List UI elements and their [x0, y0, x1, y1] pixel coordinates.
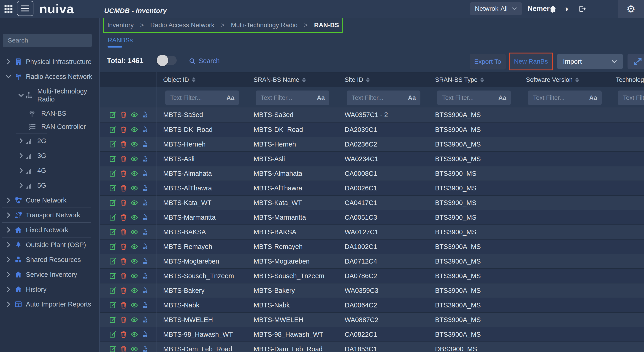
text-filter-input[interactable] — [165, 94, 226, 102]
delete-icon[interactable] — [120, 111, 128, 119]
chevron-right-icon[interactable] — [4, 211, 12, 219]
case-sensitive-toggle[interactable]: Aa — [226, 94, 239, 102]
edit-icon[interactable] — [109, 287, 117, 294]
chevron-right-icon[interactable] — [4, 226, 12, 234]
network-selector[interactable]: Netwrok-All — [470, 2, 522, 15]
text-filter-input[interactable] — [528, 94, 589, 102]
view-icon[interactable] — [130, 228, 138, 236]
delete-icon[interactable] — [120, 199, 128, 207]
case-sensitive-toggle[interactable]: Aa — [317, 94, 329, 102]
sort-icon[interactable] — [575, 77, 579, 83]
edit-icon[interactable] — [109, 140, 117, 148]
download-icon[interactable] — [141, 287, 149, 294]
edit-icon[interactable] — [109, 345, 117, 352]
edit-icon[interactable] — [109, 257, 117, 265]
view-icon[interactable] — [130, 243, 138, 250]
edit-icon[interactable] — [109, 331, 117, 338]
sidebar-item-2g[interactable]: 2G — [0, 134, 99, 148]
chevron-right-icon[interactable] — [17, 181, 25, 189]
toggle-knob[interactable] — [157, 55, 168, 66]
column-header-object-id[interactable]: Object ID — [163, 76, 196, 83]
expand-table-button[interactable] — [628, 54, 644, 69]
edit-icon[interactable] — [109, 126, 117, 134]
text-filter-input[interactable] — [437, 94, 498, 102]
tab-ranbss[interactable]: RANBSs — [108, 36, 133, 44]
sidebar-item-auto-importer-reports[interactable]: Auto Importer Reports — [0, 297, 99, 312]
sidebar-item-4g[interactable]: 4G — [0, 163, 99, 178]
view-icon[interactable] — [130, 345, 138, 352]
download-icon[interactable] — [141, 272, 149, 280]
delete-icon[interactable] — [120, 228, 128, 236]
sidebar-item-transport-network[interactable]: Transport Network — [0, 208, 99, 222]
delete-icon[interactable] — [120, 184, 128, 192]
settings-panel[interactable]: ⚙ — [618, 0, 644, 18]
edit-icon[interactable] — [109, 228, 117, 236]
sidebar-item-outside-plant-osp[interactable]: Outside Plant (OSP) — [0, 237, 99, 252]
delete-icon[interactable] — [120, 140, 128, 148]
import-dropdown[interactable]: Import — [557, 54, 623, 69]
download-icon[interactable] — [141, 257, 149, 265]
sidebar-item-history[interactable]: History — [0, 282, 99, 297]
edit-icon[interactable] — [109, 243, 117, 250]
sidebar-item-radio-access-network[interactable]: Radio Access Network — [0, 69, 99, 84]
download-icon[interactable] — [141, 111, 149, 119]
download-icon[interactable] — [141, 301, 149, 309]
edit-icon[interactable] — [109, 272, 117, 280]
logout-icon[interactable] — [578, 5, 586, 13]
breadcrumb-item[interactable]: Multi-Technology Radio — [231, 21, 298, 29]
download-icon[interactable] — [141, 316, 149, 324]
edit-icon[interactable] — [109, 213, 117, 221]
download-icon[interactable] — [141, 184, 149, 192]
chevron-right-icon[interactable] — [4, 196, 12, 204]
edit-icon[interactable] — [109, 199, 117, 207]
hamburger-menu-button[interactable] — [17, 1, 34, 16]
sidebar-item-service-inventory[interactable]: Service Inventory — [0, 267, 99, 282]
app-launcher-icon[interactable] — [3, 4, 14, 14]
column-header-sran-bs-type[interactable]: SRAN-BS Type — [435, 76, 484, 83]
edit-icon[interactable] — [109, 155, 117, 163]
download-icon[interactable] — [141, 126, 149, 134]
view-icon[interactable] — [130, 126, 138, 134]
chevron-right-icon[interactable] — [4, 300, 12, 308]
edit-icon[interactable] — [109, 301, 117, 309]
chevron-right-icon[interactable] — [4, 241, 12, 249]
view-icon[interactable] — [130, 272, 138, 280]
view-icon[interactable] — [130, 287, 138, 294]
download-icon[interactable] — [141, 170, 149, 177]
delete-icon[interactable] — [120, 213, 128, 221]
view-icon[interactable] — [130, 199, 138, 207]
edit-icon[interactable] — [109, 170, 117, 177]
view-icon[interactable] — [130, 301, 138, 309]
breadcrumb-item[interactable]: Inventory — [107, 21, 134, 29]
table-search-button[interactable]: Search — [188, 57, 220, 65]
edit-icon[interactable] — [109, 184, 117, 192]
download-icon[interactable] — [141, 140, 149, 148]
chevron-right-icon[interactable] — [4, 286, 12, 293]
download-icon[interactable] — [141, 155, 149, 163]
sidebar-item-shared-resources[interactable]: Shared Resources — [0, 252, 99, 267]
case-sensitive-toggle[interactable]: Aa — [408, 94, 420, 102]
sidebar-item-fixed-network[interactable]: Fixed Network — [0, 223, 99, 237]
home-icon[interactable] — [549, 5, 557, 13]
delete-icon[interactable] — [120, 287, 128, 294]
view-icon[interactable] — [130, 140, 138, 148]
chevron-right-icon[interactable] — [17, 137, 25, 145]
sidebar-item-ran-controller[interactable]: RAN Controller — [0, 120, 99, 133]
delete-icon[interactable] — [120, 345, 128, 352]
chevron-right-icon[interactable] — [4, 271, 12, 278]
download-icon[interactable] — [141, 345, 149, 352]
contrast-icon[interactable]: ◑ — [564, 5, 572, 13]
sort-icon[interactable] — [480, 77, 484, 83]
delete-icon[interactable] — [120, 301, 128, 309]
sidebar-item-ran-bs[interactable]: RAN-BS — [0, 107, 99, 120]
download-icon[interactable] — [141, 199, 149, 207]
view-icon[interactable] — [130, 184, 138, 192]
edit-icon[interactable] — [109, 316, 117, 324]
chevron-right-icon[interactable] — [17, 167, 25, 175]
sort-icon[interactable] — [302, 77, 306, 83]
sidebar-item-physical-infrastructure[interactable]: Physical Infrastructure — [0, 54, 99, 69]
delete-icon[interactable] — [120, 155, 128, 163]
download-icon[interactable] — [141, 243, 149, 250]
column-header-technology[interactable]: Technology — [616, 76, 644, 83]
sort-icon[interactable] — [366, 77, 370, 83]
